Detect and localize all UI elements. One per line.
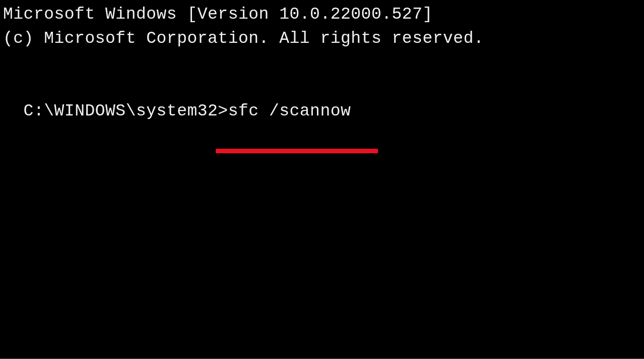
prompt-path: C:\WINDOWS\system32> xyxy=(24,102,228,121)
blank-line xyxy=(3,51,641,75)
command-input[interactable]: sfc /scannow xyxy=(228,102,351,121)
red-underline-annotation xyxy=(216,149,378,153)
command-prompt-line[interactable]: C:\WINDOWS\system32>sfc /scannow xyxy=(3,75,641,148)
version-line: Microsoft Windows [Version 10.0.22000.52… xyxy=(3,3,641,27)
copyright-line: (c) Microsoft Corporation. All rights re… xyxy=(3,27,641,51)
